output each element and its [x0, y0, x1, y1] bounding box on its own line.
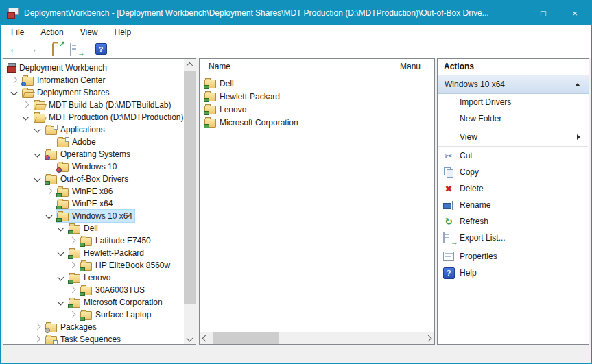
- action-item-rename[interactable]: Rename: [438, 197, 589, 213]
- tree-node[interactable]: Operating Systems: [45, 148, 132, 160]
- tree-item-lenovo[interactable]: Lenovo: [3, 271, 182, 284]
- action-item-new-folder[interactable]: New Folder: [438, 110, 589, 127]
- menu-item-file[interactable]: File: [1, 25, 32, 40]
- chevron-down-icon[interactable]: [34, 175, 41, 182]
- tree-node[interactable]: WinPE x86: [56, 185, 115, 197]
- tree-item-adobe[interactable]: Adobe: [3, 136, 182, 148]
- menu-item-view[interactable]: View: [72, 25, 106, 40]
- chevron-down-icon[interactable]: [34, 151, 41, 158]
- toolbar-button-back[interactable]: ←: [6, 42, 23, 57]
- tree-node[interactable]: Adobe: [56, 136, 98, 148]
- tree-node[interactable]: Latitude E7450: [80, 234, 153, 247]
- menu-item-action[interactable]: Action: [32, 25, 71, 40]
- close-button[interactable]: ×: [559, 1, 591, 25]
- scroll-down-button[interactable]: [184, 332, 196, 344]
- tree-item-mdt-production-d-mdtproduction[interactable]: MDT Production (D:\MDTProduction): [3, 111, 182, 123]
- tree-item-out-of-box-drivers[interactable]: Out-of-Box Drivers: [3, 173, 182, 185]
- scroll-up-button[interactable]: [184, 59, 196, 71]
- tree-node[interactable]: Microsoft Corporation: [68, 296, 165, 308]
- chevron-right-icon[interactable]: [23, 101, 29, 108]
- scrollbar-thumb[interactable]: [213, 332, 279, 344]
- action-item-refresh[interactable]: ↻Refresh: [438, 213, 589, 230]
- tree-item-operating-systems[interactable]: Operating Systems: [3, 148, 182, 160]
- actions-group-header[interactable]: Windows 10 x64: [438, 75, 589, 94]
- tree-vertical-scrollbar[interactable]: [184, 59, 196, 344]
- tree-node[interactable]: Task Sequences: [45, 333, 123, 344]
- tree-node[interactable]: Lenovo: [68, 271, 113, 284]
- tree-item-windows-10-x64[interactable]: Windows 10 x64: [3, 210, 182, 222]
- toolbar-button-help[interactable]: ?: [93, 42, 109, 57]
- column-header-name[interactable]: Name: [209, 62, 230, 71]
- chevron-right-icon[interactable]: [69, 287, 76, 293]
- tree-node[interactable]: MDT Build Lab (D:\MDTBuildLab): [33, 99, 174, 111]
- list-item-hewlett-packard[interactable]: Hewlett-Packard: [204, 90, 280, 103]
- tree-item-30a6003tus[interactable]: 30A6003TUS: [3, 284, 182, 296]
- tree-node[interactable]: Windows 10: [56, 160, 119, 173]
- tree-node[interactable]: Dell: [68, 222, 100, 234]
- tree-node[interactable]: Hewlett-Packard: [68, 247, 146, 259]
- chevron-down-icon[interactable]: [46, 213, 53, 219]
- tree-node[interactable]: Deployment Workbench: [5, 62, 109, 74]
- tree-node[interactable]: Packages: [45, 321, 99, 333]
- toolbar-button-forward[interactable]: →: [24, 42, 40, 57]
- tree-item-hp-elitebook-8560w[interactable]: HP EliteBook 8560w: [3, 259, 182, 271]
- action-item-copy[interactable]: Copy: [438, 164, 589, 180]
- menu-item-help[interactable]: Help: [106, 25, 140, 40]
- tree-node[interactable]: Windows 10 x64: [56, 210, 134, 222]
- chevron-right-icon[interactable]: [69, 237, 76, 244]
- tree-item-task-sequences[interactable]: Task Sequences: [3, 333, 182, 344]
- chevron-down-icon[interactable]: [58, 274, 64, 281]
- scroll-right-button[interactable]: [423, 332, 434, 344]
- action-item-help[interactable]: ?Help: [438, 265, 589, 281]
- maximize-button[interactable]: □: [528, 1, 559, 25]
- tree-node[interactable]: WinPE x64: [56, 197, 115, 210]
- chevron-down-icon[interactable]: [58, 225, 64, 232]
- list-item-lenovo[interactable]: Lenovo: [204, 103, 246, 116]
- tree-item-windows-10[interactable]: Windows 10: [3, 160, 182, 173]
- tree-node[interactable]: MDT Production (D:\MDTProduction): [33, 111, 184, 123]
- chevron-right-icon[interactable]: [46, 188, 53, 195]
- tree-item-latitude-e7450[interactable]: Latitude E7450: [3, 234, 182, 247]
- tree-item-winpe-x64[interactable]: WinPE x64: [3, 197, 182, 210]
- tree-item-winpe-x86[interactable]: WinPE x86: [3, 185, 182, 197]
- tree-node[interactable]: Applications: [45, 123, 107, 136]
- action-item-view[interactable]: View: [438, 129, 589, 145]
- chevron-right-icon[interactable]: [11, 77, 18, 84]
- tree-item-deployment-shares[interactable]: Deployment Shares: [3, 86, 182, 99]
- tree-node[interactable]: 30A6003TUS: [80, 284, 147, 296]
- chevron-right-icon[interactable]: [34, 336, 41, 343]
- chevron-down-icon[interactable]: [58, 250, 64, 256]
- tree-item-surface-laptop[interactable]: Surface Laptop: [3, 308, 182, 321]
- minimize-button[interactable]: –: [496, 1, 528, 25]
- tree-node[interactable]: Information Center: [21, 74, 107, 86]
- chevron-right-icon[interactable]: [69, 262, 76, 269]
- chevron-down-icon[interactable]: [11, 89, 18, 96]
- results-horizontal-scrollbar[interactable]: [200, 332, 434, 344]
- tree-item-dell[interactable]: Dell: [3, 222, 182, 234]
- chevron-right-icon[interactable]: [69, 311, 76, 318]
- title-bar[interactable]: DeploymentWorkbench - [Deployment Workbe…: [1, 1, 591, 25]
- column-divider[interactable]: [396, 60, 396, 73]
- tree-item-microsoft-corporation[interactable]: Microsoft Corporation: [3, 296, 182, 308]
- toolbar-button-up-one-level[interactable]: ↗: [49, 42, 66, 57]
- tree-item-packages[interactable]: Packages: [3, 321, 182, 333]
- chevron-right-icon[interactable]: [34, 324, 41, 330]
- tree-node[interactable]: Surface Laptop: [80, 308, 153, 321]
- action-item-export-list[interactable]: →Export List...: [438, 230, 589, 246]
- tree-item-applications[interactable]: Applications: [3, 123, 182, 136]
- chevron-down-icon[interactable]: [23, 114, 29, 121]
- tree-node[interactable]: Deployment Shares: [21, 86, 111, 99]
- tree-node[interactable]: Out-of-Box Drivers: [45, 173, 130, 185]
- list-item-dell[interactable]: Dell: [204, 77, 234, 90]
- tree-item-information-center[interactable]: Information Center: [3, 74, 182, 86]
- action-item-cut[interactable]: ✂Cut: [438, 147, 589, 164]
- toolbar-button-export-list[interactable]: →: [67, 42, 84, 57]
- collapse-icon[interactable]: [575, 83, 580, 86]
- chevron-down-icon[interactable]: [34, 126, 41, 133]
- action-item-properties[interactable]: Properties: [438, 248, 589, 265]
- column-header-manufacturer[interactable]: Manu: [400, 62, 433, 71]
- scrollbar-thumb[interactable]: [184, 71, 196, 304]
- tree-item-deployment-workbench[interactable]: Deployment Workbench: [3, 62, 182, 74]
- list-item-microsoft-corporation[interactable]: Microsoft Corporation: [204, 116, 298, 129]
- tree-item-hewlett-packard[interactable]: Hewlett-Packard: [3, 247, 182, 259]
